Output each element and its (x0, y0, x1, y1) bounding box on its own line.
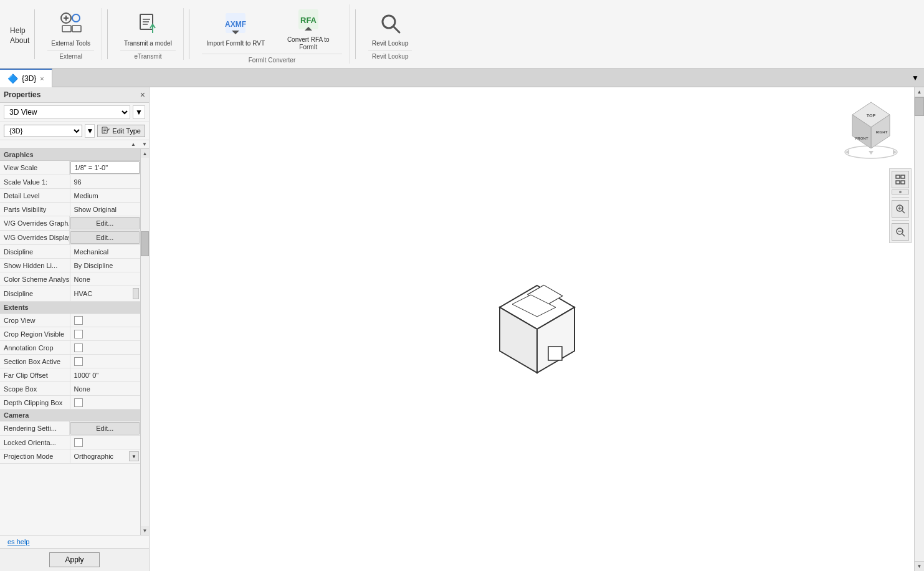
prop-value-locked-orientation (70, 436, 141, 449)
viewport: TOP FRONT RIGHT (150, 87, 924, 571)
panel-close-button[interactable]: × (140, 90, 145, 100)
prop-row-scope-box: Scope Box None (0, 382, 140, 396)
prop-value-annotation-crop (70, 341, 141, 354)
zoom-out-button[interactable] (892, 223, 909, 241)
prop-label-projection-mode: Projection Mode (0, 449, 70, 463)
vscroll-up[interactable]: ▲ (915, 87, 924, 97)
hvac-scroll[interactable] (133, 288, 139, 299)
help-link[interactable]: es help (4, 537, 33, 547)
view-ctrl-separator (892, 197, 909, 198)
transmit-model-button[interactable]: Transmit a model (120, 8, 176, 50)
prop-value-scale-value: 96 (70, 175, 141, 188)
prop-row-scale-value: Scale Value 1: 96 (0, 175, 140, 189)
main-layout: Properties × 3D View ▼ {3D} ▼ (0, 87, 924, 571)
prop-label-vg-display: V/G Overrides Display... (0, 231, 70, 244)
viewport-content (150, 87, 924, 571)
revit-lookup-button[interactable]: Revit Lookup (368, 8, 412, 50)
depth-clipping-checkbox[interactable] (74, 398, 83, 407)
annotation-crop-checkbox[interactable] (74, 343, 83, 352)
props-inner: Graphics View Scale 1/8" = 1'-0" Scale V… (0, 149, 140, 535)
projection-dropdown[interactable]: ▼ (129, 451, 139, 461)
prop-label-depth-clipping: Depth Clipping Box (0, 396, 70, 409)
prop-row-rendering-settings: Rendering Setti... Edit... (0, 421, 140, 436)
scroll-right-btn[interactable]: ▼ (140, 140, 149, 149)
tab-close-button[interactable]: × (40, 75, 44, 82)
svg-rect-5 (72, 26, 81, 32)
help-bar: es help (0, 535, 149, 548)
view-controls (889, 168, 912, 243)
section-box-checkbox[interactable] (74, 357, 83, 366)
instance-dropdown-button[interactable]: ▼ (85, 124, 95, 138)
instance-row: {3D} ▼ Edit Type (0, 122, 149, 140)
crop-region-checkbox[interactable] (74, 330, 83, 338)
prop-row-detail-level: Detail Level Medium (0, 189, 140, 203)
view-ctrl-separator2 (892, 220, 909, 221)
prop-row-parts-visibility: Parts Visibility Show Original (0, 203, 140, 216)
prop-row-color-analysis: Color Scheme Analysis... None (0, 272, 140, 286)
prop-label-detail-level: Detail Level (0, 189, 70, 202)
transmit-model-label: Transmit a model (124, 40, 172, 47)
vscroll-down[interactable]: ▼ (915, 561, 924, 571)
nav-cube[interactable]: TOP FRONT RIGHT (837, 97, 899, 160)
convert-rfa-button[interactable]: RFA Convert RFA to FormIt (274, 4, 342, 54)
vscroll-thumb[interactable] (915, 97, 924, 116)
scroll-thumb[interactable] (141, 231, 149, 256)
svg-rect-40 (896, 181, 900, 184)
tab-overflow-button[interactable]: ▼ (907, 74, 924, 82)
prop-row-locked-orientation: Locked Orienta... (0, 436, 140, 449)
prop-row-hidden-lines: Show Hidden Li... By Discipline (0, 259, 140, 272)
zoom-fit-icon (895, 175, 905, 185)
convert-rfa-label: Convert RFA to FormIt (278, 36, 338, 51)
prop-value-vg-graph-btn[interactable]: Edit... (70, 217, 140, 229)
prop-row-vg-display: V/G Overrides Display... Edit... (0, 231, 140, 245)
import-formit-icon: AXMF (223, 11, 248, 39)
graphics-section-header: Graphics (0, 149, 140, 161)
top-scroll-controls: ▲ ▼ (0, 140, 149, 149)
toolbar: Help About External Tools (0, 0, 924, 69)
svg-text:FRONT: FRONT (855, 137, 869, 140)
svg-text:RFA: RFA (300, 16, 317, 25)
prop-row-model-discipline: Discipline Mechanical (0, 245, 140, 259)
external-tools-label: External Tools (51, 40, 90, 47)
zoom-fit-button[interactable] (892, 171, 909, 188)
prop-value-crop-view (70, 314, 141, 327)
toolbar-group-revit-lookup-label: Revit Lookup (368, 50, 412, 60)
prop-label-parts-visibility: Parts Visibility (0, 203, 70, 216)
tab-3d-view[interactable]: 🔷 {3D} × (0, 69, 52, 87)
toolbar-group-formit-label: FormIt Converter (202, 54, 342, 64)
locked-orientation-checkbox[interactable] (74, 438, 83, 447)
prop-value-rendering-btn[interactable]: Edit... (70, 422, 140, 434)
prop-value-view-scale[interactable]: 1/8" = 1'-0" (70, 161, 140, 174)
prop-value-model-discipline: Mechanical (70, 245, 141, 258)
about-button[interactable]: About (10, 36, 29, 45)
prop-value-detail-level: Medium (70, 189, 141, 202)
edit-type-button[interactable]: Edit Type (97, 125, 145, 137)
nav-cube-svg: TOP FRONT RIGHT (837, 97, 905, 166)
scroll-up-btn[interactable]: ▲ (129, 140, 138, 149)
prop-row-view-scale: View Scale 1/8" = 1'-0" (0, 161, 140, 175)
view-type-select[interactable]: 3D View (4, 105, 130, 119)
zoom-region-button[interactable] (892, 200, 909, 218)
toolbar-group-etransmit: Transmit a model eTransmit (113, 8, 184, 60)
view-type-dropdown-button[interactable]: ▼ (133, 105, 145, 119)
prop-value-vg-display-btn[interactable]: Edit... (70, 231, 140, 244)
svg-rect-4 (62, 26, 71, 32)
prop-label-far-clip: Far Clip Offset (0, 368, 70, 381)
toolbar-group-revit-lookup: Revit Lookup Revit Lookup (361, 8, 419, 60)
help-button[interactable]: Help (10, 26, 26, 35)
apply-button[interactable]: Apply (49, 552, 99, 567)
zoom-region-icon (895, 204, 905, 214)
scroll-up-arrow[interactable]: ▲ (141, 149, 149, 158)
scroll-down-arrow[interactable]: ▼ (141, 526, 149, 535)
tab-3d-label: {3D} (22, 74, 36, 83)
svg-rect-39 (901, 175, 905, 178)
toolbar-group-external: External Tools External (40, 8, 102, 60)
svg-text:AXMF: AXMF (225, 20, 246, 29)
import-formit-button[interactable]: AXMF Import FormIt to RVT (202, 8, 270, 50)
crop-view-checkbox[interactable] (74, 316, 83, 325)
prop-value-crop-region (70, 327, 141, 340)
toolbar-group-formit: AXMF Import FormIt to RVT RFA C (194, 4, 350, 64)
instance-select[interactable]: {3D} (4, 125, 82, 137)
external-tools-button[interactable]: External Tools (47, 8, 94, 50)
panel-title: Properties (4, 90, 40, 99)
